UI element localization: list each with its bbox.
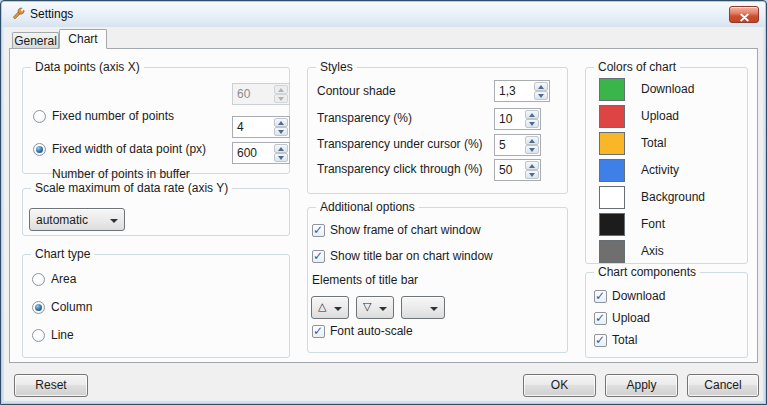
group-chart-components-legend: Chart components [594,265,700,280]
transparency-cursor-spinner[interactable]: 5 [494,134,541,156]
radio-chart-type-column-label: Column [51,301,92,314]
radio-fixed-width-label: Fixed width of data point (px) [52,143,206,156]
color-label-background: Background [641,191,705,204]
transparency-click-spinner[interactable]: 50 [494,159,541,181]
close-icon [740,11,749,25]
color-label-activity: Activity [641,164,679,177]
elements-of-title-bar-label: Elements of title bar [312,274,418,287]
title-bar-element-2-combobox[interactable]: ▽ [356,296,394,319]
color-label-font: Font [641,218,665,231]
checkbox-show-titlebar-label: Show title bar on chart window [330,250,493,263]
chevron-down-icon [110,219,118,223]
group-chart-components: Chart components [585,272,748,358]
spin-down-button[interactable] [274,153,288,162]
checkbox-component-upload-label: Upload [612,312,650,325]
checkbox-component-total-label: Total [612,334,637,347]
chevron-down-icon [379,307,387,311]
chart-tab-page: Data points (axis X) Fixed number of poi… [9,48,758,363]
buffer-value: 600 [237,146,257,160]
group-colors-of-chart-legend: Colors of chart [594,60,680,75]
tab-general[interactable]: General [12,32,59,49]
color-label-upload: Upload [641,110,679,123]
buffer-label: Number of points in buffer [52,168,190,181]
transparency-cursor-value: 5 [499,138,506,152]
color-swatch-activity[interactable] [599,159,625,182]
spin-down-button[interactable] [534,91,548,100]
group-chart-type-legend: Chart type [31,247,94,262]
transparency-label: Transparency (%) [317,112,412,125]
transparency-value: 10 [499,112,512,126]
checkbox-show-frame-label: Show frame of chart window [330,224,481,237]
buffer-spinner[interactable]: 600 [232,142,290,164]
color-label-axis: Axis [641,245,664,258]
radio-chart-type-area-label: Area [51,273,76,286]
spin-up-button[interactable] [525,136,539,145]
transparency-click-label: Transparency click through (%) [317,163,483,176]
radio-chart-type-column[interactable] [32,301,45,314]
color-swatch-download[interactable] [599,78,625,101]
radio-fixed-number-label: Fixed number of points [52,110,174,123]
spin-up-button[interactable] [525,110,539,119]
close-button[interactable] [729,6,759,23]
group-additional-options-legend: Additional options [316,200,419,215]
spin-up-button[interactable] [534,82,548,91]
checkbox-component-upload[interactable] [594,312,607,325]
spin-down-button[interactable] [525,170,539,179]
reset-button[interactable]: Reset [14,374,88,397]
spin-down-button[interactable] [525,145,539,154]
title-bar-element-1-combobox[interactable]: △ [311,296,349,319]
contour-shade-spinner[interactable]: 1,3 [494,80,550,102]
spin-down-button[interactable] [525,119,539,128]
spin-up-button[interactable] [525,161,539,170]
group-data-points-legend: Data points (axis X) [31,60,144,75]
transparency-click-value: 50 [499,163,512,177]
apply-button[interactable]: Apply [605,374,678,397]
spin-up-button[interactable] [274,144,288,153]
contour-shade-label: Contour shade [317,85,396,98]
color-swatch-upload[interactable] [599,105,625,128]
transparency-spinner[interactable]: 10 [494,108,541,130]
radio-chart-type-area[interactable] [32,273,45,286]
color-swatch-axis[interactable] [599,240,625,263]
spin-up-button[interactable] [274,118,288,127]
color-swatch-background[interactable] [599,186,625,209]
checkbox-show-titlebar[interactable] [312,250,325,263]
checkbox-component-download[interactable] [594,290,607,303]
cancel-button[interactable]: Cancel [687,374,759,397]
title-bar: Settings [2,2,765,27]
chevron-down-icon [430,307,438,311]
checkbox-font-auto-scale-label: Font auto-scale [330,325,413,338]
radio-fixed-number[interactable] [33,110,46,123]
spin-up-button[interactable] [274,85,288,94]
radio-chart-type-line-label: Line [51,329,74,342]
color-swatch-font[interactable] [599,213,625,236]
window-title: Settings [30,7,73,21]
spin-down-button[interactable] [274,94,288,103]
up-triangle-icon: △ [318,300,326,313]
fixed-width-spinner[interactable]: 4 [232,116,290,138]
ok-button[interactable]: OK [523,374,596,397]
scale-max-combobox[interactable]: automatic [29,208,125,231]
radio-chart-type-line[interactable] [32,329,45,342]
checkbox-font-auto-scale[interactable] [312,325,325,338]
title-bar-element-3-combobox[interactable] [401,296,445,319]
tab-chart[interactable]: Chart [59,29,107,49]
scale-max-value: automatic [36,213,88,227]
color-label-download: Download [641,83,694,96]
chevron-down-icon [334,307,342,311]
wrench-icon [11,6,26,24]
color-swatch-total[interactable] [599,132,625,155]
checkbox-show-frame[interactable] [312,224,325,237]
contour-shade-value: 1,3 [499,84,516,98]
checkbox-component-total[interactable] [594,334,607,347]
spin-down-button[interactable] [274,127,288,136]
fixed-width-value: 4 [237,120,244,134]
down-triangle-icon: ▽ [363,300,371,313]
color-label-total: Total [641,137,666,150]
group-styles-legend: Styles [316,60,357,75]
transparency-cursor-label: Transparency under cursor (%) [317,138,483,151]
fixed-number-spinner[interactable]: 60 [232,83,290,105]
group-scale-max-legend: Scale maximum of data rate (axis Y) [31,181,232,196]
checkbox-component-download-label: Download [612,290,665,303]
radio-fixed-width[interactable] [33,143,46,156]
